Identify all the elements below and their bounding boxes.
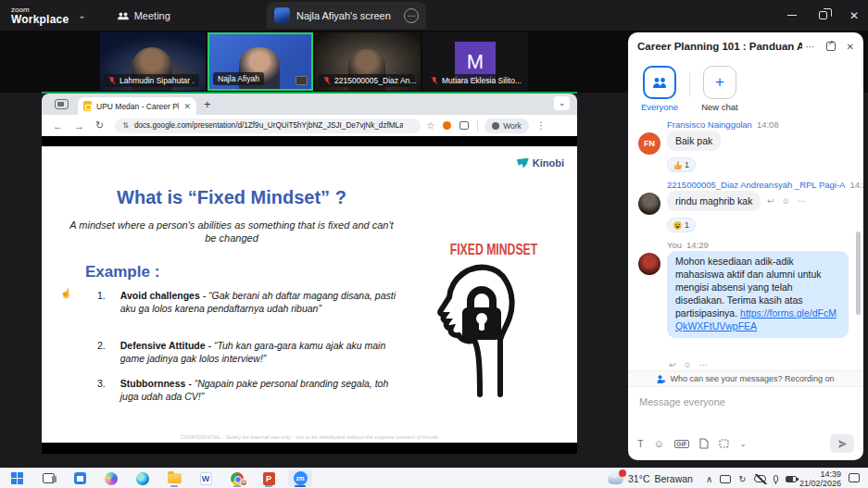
tab-search-icon[interactable] [55, 99, 69, 109]
message-bubble[interactable]: rindu maghrib kak [667, 191, 761, 211]
tab-close-icon[interactable]: ✕ [183, 102, 191, 111]
clock-time: 14:39 [795, 469, 841, 479]
weather-alert-badge [619, 469, 626, 477]
toolbar-divider [477, 120, 478, 131]
hidden-icons-chevron[interactable]: ∧ [706, 474, 712, 484]
address-bar[interactable]: ⇅ docs.google.com/presentation/d/1Zf9u_U… [115, 119, 421, 133]
sync-icon[interactable]: ↻ [738, 474, 746, 484]
zoom-app-button[interactable]: zm [288, 469, 312, 487]
fixed-mindset-label: FIXED MINDSET [440, 241, 547, 259]
tab-everyone[interactable]: Everyone [641, 66, 678, 112]
microphone-in-use-icon[interactable] [774, 475, 778, 482]
video-tile-mutiara[interactable]: M Mutiara Eklesia Silito... [422, 32, 528, 91]
zoom-app-icon: zm [294, 471, 308, 485]
tabstrip-chevron-icon[interactable]: ⌄ [554, 96, 570, 110]
brand-chevron-down-icon[interactable]: ⌄ [78, 10, 85, 20]
window-restore-button[interactable] [819, 11, 827, 19]
message-actions: ↩ ☺ ⋯ [669, 360, 708, 369]
window-close-button[interactable]: ✕ [849, 9, 859, 22]
message-time: 14:22 [849, 180, 863, 190]
folder-icon [168, 473, 182, 483]
chat-more-icon[interactable]: ⋯ [806, 42, 815, 52]
participant-name: Najla Afiyah [218, 74, 259, 83]
item-lead: Avoid challenges [120, 290, 200, 301]
message-bubble-own[interactable]: Mohon kesediaan adik-adik mahasiswa akti… [667, 251, 849, 338]
head-lock-illustration [429, 259, 522, 398]
new-chat-plus-icon: + [703, 66, 736, 99]
add-reaction-icon[interactable]: ☺ [684, 360, 692, 369]
chat-popout-icon[interactable] [826, 42, 836, 51]
screen-tab-more-icon[interactable]: ⋯ [404, 8, 419, 23]
chat-close-icon[interactable]: ✕ [847, 42, 854, 52]
emoji-icon[interactable]: ☺ [654, 438, 664, 449]
start-button[interactable] [5, 469, 29, 487]
network-display-icon[interactable] [720, 475, 731, 483]
window-minimize-button[interactable] [787, 15, 797, 16]
site-settings-icon[interactable]: ⇅ [122, 121, 129, 130]
back-button[interactable]: ← [53, 120, 63, 131]
video-tile-najla-active-speaker[interactable]: Najla Afiyah [208, 32, 313, 91]
windows-taskbar: W P zm 31°C Berawan ∧ ↻ 14:39 21/02/2026 [0, 468, 868, 488]
file-explorer-button[interactable] [162, 469, 186, 487]
chat-input-area[interactable]: Message everyone T ☺ GIF ⌄ [628, 386, 863, 460]
more-actions-icon[interactable]: ⋯ [798, 196, 806, 206]
extension-icon[interactable] [443, 121, 451, 130]
browser-menu-icon[interactable]: ⋮ [536, 120, 546, 131]
message-reaction[interactable]: 1 [667, 157, 696, 172]
powerpoint-icon: P [263, 472, 275, 485]
forward-button[interactable]: → [74, 120, 84, 131]
send-button[interactable] [830, 434, 854, 453]
everyone-people-icon [652, 77, 667, 88]
slide-canvas: Kinobi What is “Fixed Mindset” ? A minds… [42, 146, 577, 443]
video-tile-lahmudin[interactable]: Lahmudin Sipahutar . [100, 32, 206, 91]
more-actions-icon[interactable]: ⋯ [699, 360, 708, 369]
browser-profile-button[interactable]: Work [484, 119, 529, 133]
reload-button[interactable]: ↻ [95, 119, 104, 131]
avatar [638, 253, 660, 275]
chrome-button[interactable] [225, 469, 249, 487]
bookmark-star-icon[interactable]: ☆ [426, 120, 434, 131]
browser-tab-active[interactable]: UPU Medan - Career Planning ✕ [78, 97, 196, 115]
profile-label: Work [503, 121, 522, 131]
gif-icon[interactable]: GIF [674, 440, 689, 448]
tab-meeting[interactable]: Meeting [118, 10, 170, 21]
reply-icon[interactable]: ↩ [767, 196, 774, 206]
edge-button[interactable] [131, 469, 155, 487]
item-lead: Defensive Attitude [120, 340, 206, 351]
weather-widget[interactable]: 31°C Berawan [608, 469, 693, 488]
windows-logo-icon [11, 472, 23, 484]
word-button[interactable]: W [194, 469, 218, 487]
task-view-button[interactable] [36, 469, 60, 487]
screenshot-chevron-icon[interactable]: ⌄ [740, 440, 747, 448]
notification-center-icon[interactable] [849, 473, 860, 482]
screen-tab-label: Najla Afiyah's screen [296, 10, 391, 21]
powerpoint-button[interactable]: P [257, 469, 281, 487]
video-tile-diaz[interactable]: 2215000005_Diaz An... [315, 32, 421, 91]
copilot-icon [105, 472, 118, 485]
participant-nameplate: Najla Afiyah [213, 72, 264, 85]
example-heading: Example : [85, 263, 159, 282]
tab-new-chat[interactable]: + New chat [701, 66, 738, 112]
add-reaction-icon[interactable]: ☺ [782, 196, 790, 206]
chat-panel: Career Planning 101 : Panduan Awal Mene.… [628, 32, 863, 460]
presentation-letterbox-top [42, 136, 577, 146]
recording-banner[interactable]: Who can see your messages? Recording on [628, 370, 863, 386]
attach-file-icon[interactable] [699, 438, 709, 449]
example-item-3: 3. Stubbornness - “Ngapain pake personal… [97, 378, 403, 403]
recording-banner-text: Who can see your messages? Recording on [670, 374, 834, 383]
message-bubble[interactable]: Baik pak [667, 131, 721, 151]
tab-shared-screen[interactable]: Najla Afiyah's screen ⋯ [267, 2, 426, 29]
message-input[interactable]: Message everyone [639, 396, 725, 407]
text-format-icon[interactable]: T [637, 438, 644, 449]
onedrive-paused-icon[interactable] [754, 475, 766, 482]
taskbar-clock[interactable]: 14:39 21/02/2026 [795, 469, 841, 488]
message-reaction[interactable]: 1 [667, 218, 696, 232]
new-tab-button[interactable]: + [204, 97, 211, 111]
reply-icon[interactable]: ↩ [669, 360, 676, 369]
store-icon [74, 472, 86, 484]
side-panel-icon[interactable] [459, 121, 469, 130]
microsoft-store-button[interactable] [68, 469, 92, 487]
screenshot-icon[interactable] [719, 439, 730, 449]
chat-scrollbar[interactable] [856, 231, 861, 315]
copilot-button[interactable] [99, 469, 123, 487]
